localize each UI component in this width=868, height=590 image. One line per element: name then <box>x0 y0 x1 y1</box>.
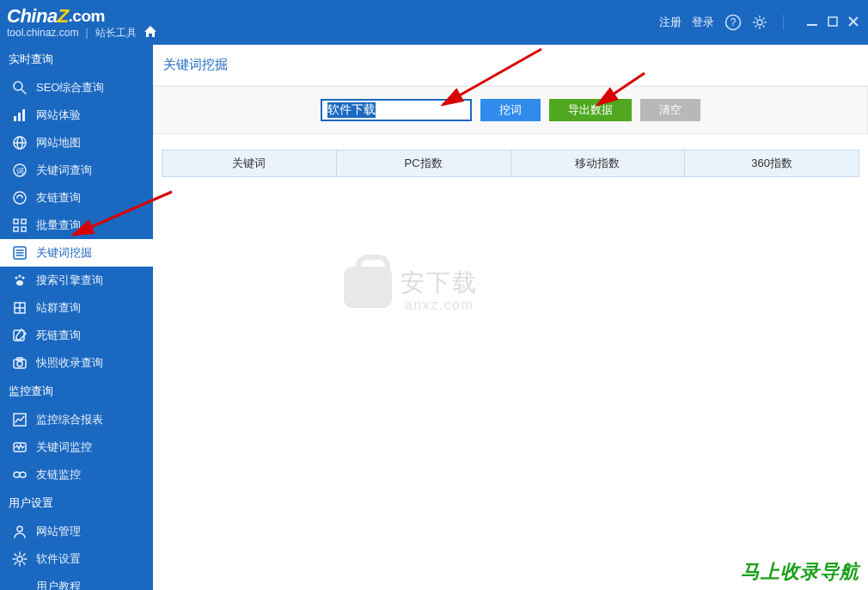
main-content: 关键词挖掘 挖词 导出数据 清空 关键词 PC指数 移动指数 360指数 <box>153 45 868 590</box>
search-icon <box>12 80 28 95</box>
gear-icon <box>12 551 28 567</box>
logo-main: ChinaZ.com <box>7 5 157 28</box>
svg-rect-27 <box>21 219 26 224</box>
sidebar-item-deadlink[interactable]: 死链查询 <box>0 322 153 349</box>
search-button[interactable]: 挖词 <box>480 99 541 121</box>
sidebar-item-sitemap[interactable]: 网站地图 <box>0 129 153 157</box>
sidebar-section-title: 监控查询 <box>0 377 153 406</box>
col-360-index[interactable]: 360指数 <box>685 151 859 177</box>
settings-icon[interactable] <box>752 15 767 30</box>
svg-rect-28 <box>14 227 18 231</box>
sidebar-item-label: 关键词查询 <box>36 163 92 178</box>
svg-line-55 <box>15 554 16 556</box>
sidebar-item-label: 关键词挖掘 <box>36 245 92 261</box>
logo: ChinaZ.com tool.chinaz.com | 站长工具 <box>7 5 157 40</box>
wave-icon <box>12 439 28 455</box>
col-pc-index[interactable]: PC指数 <box>336 151 510 177</box>
svg-point-43 <box>17 361 22 366</box>
none <box>12 579 28 590</box>
svg-rect-17 <box>14 116 16 121</box>
search-bar: 挖词 导出数据 清空 <box>153 86 868 134</box>
subdomain-text: tool.chinaz.com <box>7 27 78 39</box>
svg-point-37 <box>16 280 23 286</box>
link2-icon <box>12 467 28 482</box>
svg-line-58 <box>23 554 25 556</box>
svg-line-56 <box>23 562 25 564</box>
link-icon <box>12 190 28 206</box>
col-keyword[interactable]: 关键词 <box>162 151 337 177</box>
sidebar-item-site-manage[interactable]: 网站管理 <box>0 518 153 545</box>
svg-rect-19 <box>22 109 25 121</box>
clear-button[interactable]: 清空 <box>640 99 700 121</box>
sidebar-item-cluster[interactable]: 站群查询 <box>0 294 153 322</box>
svg-text:?: ? <box>730 16 737 28</box>
sidebar-item-label: 友链监控 <box>36 467 81 482</box>
sidebar-item-site-exp[interactable]: 网站体验 <box>0 101 153 129</box>
page-title: 关键词挖掘 <box>153 45 868 86</box>
col-mobile-index[interactable]: 移动指数 <box>510 151 685 177</box>
subname-text: 站长工具 <box>95 26 137 40</box>
svg-rect-48 <box>20 472 26 477</box>
sidebar-item-kw-query[interactable]: 词关键词查询 <box>0 157 153 184</box>
globe-icon <box>12 135 28 151</box>
user-icon <box>12 524 28 539</box>
sidebar-item-label: 用户教程 <box>36 579 81 590</box>
sidebar-item-label: 网站管理 <box>36 524 81 539</box>
logo-sub: tool.chinaz.com | 站长工具 <box>7 26 157 40</box>
trend-icon <box>12 412 28 427</box>
sidebar-item-batch[interactable]: 批量查询 <box>0 212 153 239</box>
sidebar-item-label: 批量查询 <box>36 218 81 233</box>
sidebar-item-tutorial[interactable]: 用户教程 <box>0 573 153 590</box>
sidebar-section-title: 用户设置 <box>0 489 153 518</box>
svg-point-36 <box>21 276 24 279</box>
sidebar-item-settings[interactable]: 软件设置 <box>0 545 153 573</box>
sidebar-item-label: 网站地图 <box>36 135 81 151</box>
sidebar-item-snapshot[interactable]: 快照收录查询 <box>0 349 153 377</box>
sidebar-item-link-monitor[interactable]: 友链监控 <box>0 461 153 489</box>
svg-line-7 <box>755 18 757 20</box>
login-link[interactable]: 登录 <box>692 15 714 30</box>
grid-icon <box>12 300 28 316</box>
keyword-input[interactable] <box>321 99 472 121</box>
home-icon[interactable] <box>144 26 157 40</box>
help-icon[interactable]: ? <box>724 14 742 31</box>
sidebar-item-label: 死链查询 <box>36 328 81 343</box>
minimize-icon[interactable] <box>806 15 818 30</box>
chart-icon <box>12 108 28 123</box>
sidebar-item-label: 网站体验 <box>36 108 81 123</box>
sidebar-item-label: 软件设置 <box>36 551 81 567</box>
sidebar-item-label: 搜索引擎查询 <box>36 273 103 288</box>
sidebar-section-title: 实时查询 <box>0 45 153 74</box>
header-right: 注册 登录 ? <box>659 14 859 31</box>
svg-point-35 <box>18 274 21 277</box>
paw-icon <box>12 273 28 288</box>
sidebar-item-label: 快照收录查询 <box>36 355 103 371</box>
word-icon: 词 <box>12 163 28 178</box>
camera-icon <box>12 355 28 371</box>
sidebar-item-report[interactable]: 监控综合报表 <box>0 406 153 433</box>
sidebar-item-engine[interactable]: 搜索引擎查询 <box>0 267 153 294</box>
sidebar-item-label: 站群查询 <box>36 300 81 316</box>
svg-rect-26 <box>14 219 18 224</box>
svg-line-10 <box>763 18 765 20</box>
svg-point-2 <box>757 20 762 25</box>
maximize-icon[interactable] <box>827 15 839 30</box>
svg-line-9 <box>755 26 757 28</box>
svg-point-50 <box>17 556 22 562</box>
sidebar-item-label: 监控综合报表 <box>36 412 103 427</box>
svg-text:词: 词 <box>16 167 24 175</box>
sidebar-item-kw-monitor[interactable]: 关键词监控 <box>0 433 153 461</box>
svg-rect-47 <box>14 472 20 477</box>
sidebar-item-label: SEO综合查询 <box>36 80 104 95</box>
sidebar-item-friendlink[interactable]: 友链查询 <box>0 184 153 212</box>
register-link[interactable]: 注册 <box>659 15 682 30</box>
export-button[interactable]: 导出数据 <box>549 99 632 121</box>
svg-point-34 <box>15 276 17 279</box>
boxes-icon <box>12 218 28 233</box>
svg-rect-12 <box>828 17 837 26</box>
svg-rect-29 <box>21 227 26 231</box>
sidebar-item-kw-mining[interactable]: 关键词挖掘 <box>0 239 153 267</box>
sidebar-item-seo[interactable]: SEO综合查询 <box>0 74 153 101</box>
svg-line-57 <box>15 562 16 564</box>
close-icon[interactable] <box>847 15 859 30</box>
